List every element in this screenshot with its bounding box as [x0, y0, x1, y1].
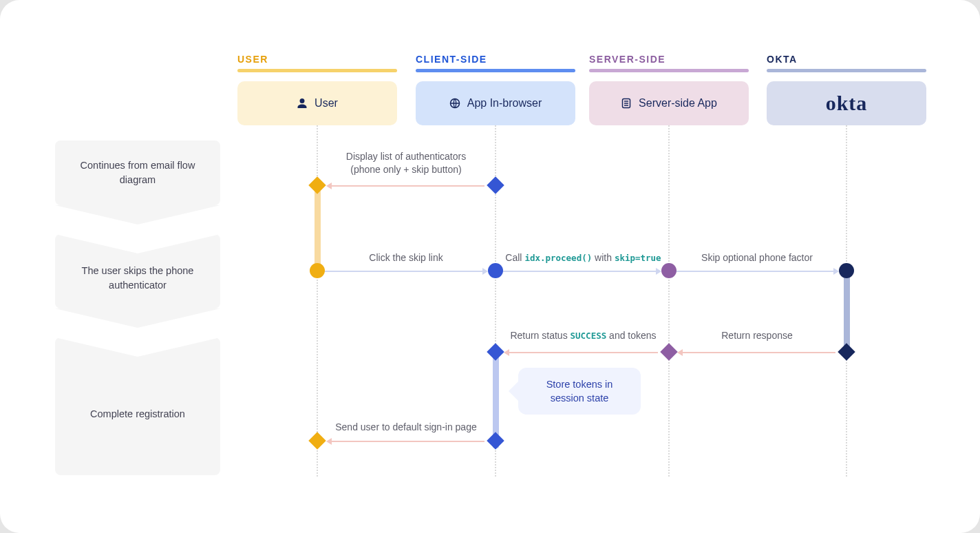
diagram-canvas: USER User CLIENT-SIDE App In-browser SER…	[0, 0, 980, 533]
arrow-3a	[507, 352, 658, 353]
arrow-3a-head	[504, 349, 509, 356]
callout-store-tokens: Store tokens in session state	[518, 368, 641, 415]
lane-card-okta: okta	[767, 81, 926, 125]
node-server-3	[660, 343, 677, 360]
msg-3: Call idx.proceed() with skip=true	[499, 251, 668, 264]
server-icon	[621, 98, 632, 109]
lane-card-client-label: App In-browser	[467, 97, 542, 109]
msg-7: Send user to default sign-in page	[323, 421, 489, 434]
node-okta-3	[838, 343, 855, 360]
msg-6: Return response	[674, 329, 840, 342]
lane-card-server-label: Server-side App	[639, 97, 717, 109]
lane-card-user: User	[237, 81, 397, 125]
arrow-2c	[677, 271, 836, 272]
arrow-1-head	[326, 182, 332, 189]
step-card-1: Continues from email flow diagram	[55, 140, 220, 205]
msg-4: Skip optional phone factor	[674, 251, 840, 264]
lane-title-client: CLIENT-SIDE	[416, 54, 487, 65]
msg-5: Return status SUCCESS and tokens	[499, 329, 668, 342]
arrow-4	[329, 441, 484, 442]
lane-card-client: App In-browser	[416, 81, 575, 125]
node-client-1	[487, 176, 504, 194]
arrow-4-head	[326, 438, 332, 445]
msg-2: Click the skip link	[323, 251, 489, 264]
seg-okta-1	[844, 271, 850, 353]
user-icon	[297, 98, 308, 109]
lane-title-server: SERVER-SIDE	[589, 54, 665, 65]
arrow-2b	[503, 271, 659, 272]
arrow-2a	[325, 271, 485, 272]
node-client-3	[487, 343, 504, 360]
node-server-2	[661, 263, 677, 278]
lane-underline-server	[589, 69, 749, 72]
node-user-2	[310, 263, 325, 278]
msg-1: Display list of authenticators (phone on…	[323, 150, 489, 176]
node-client-4	[487, 432, 504, 449]
step-card-2: The user skips the phone authenticator	[55, 234, 220, 309]
arrow-3b	[680, 352, 835, 353]
arrow-1	[329, 185, 484, 187]
globe-icon	[449, 98, 460, 109]
lane-title-user: USER	[237, 54, 268, 65]
arrow-3b-head	[677, 349, 683, 356]
lane-card-user-label: User	[315, 97, 338, 109]
arrow-2b-head	[656, 268, 661, 275]
seg-user-1	[315, 185, 321, 271]
node-user-1	[308, 176, 326, 194]
step-card-3: Complete registration	[55, 337, 220, 475]
lane-title-okta: OKTA	[767, 54, 798, 65]
node-client-2	[488, 263, 503, 278]
node-user-4	[308, 432, 326, 449]
node-okta-2	[839, 263, 854, 278]
okta-logo: okta	[826, 92, 868, 115]
lane-underline-client	[416, 69, 575, 72]
lane-underline-user	[237, 69, 397, 72]
arrow-2c-head	[833, 268, 839, 275]
lane-card-server: Server-side App	[589, 81, 749, 125]
lane-underline-okta	[767, 69, 926, 72]
arrow-2a-head	[482, 268, 488, 275]
lifeline-server	[668, 125, 670, 477]
